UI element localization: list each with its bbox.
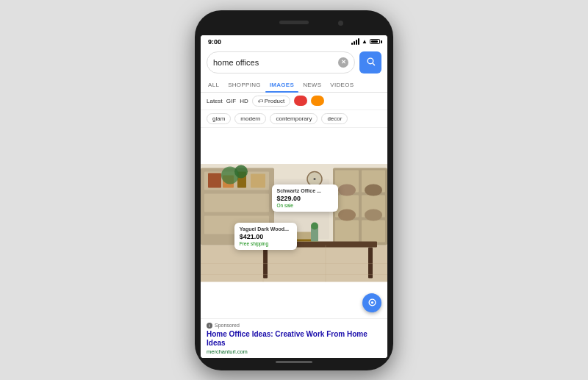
filter-modern[interactable]: modern <box>234 113 266 124</box>
status-time: 9:00 <box>208 38 221 46</box>
search-query-text: home offices <box>213 58 338 67</box>
filter-row-1: Latest GIF HD 🏷 Product <box>201 93 387 110</box>
phone-screen: 9:00 ▲ home offices ✕ <box>201 35 387 358</box>
svg-point-40 <box>370 301 373 304</box>
svg-point-20 <box>365 184 382 196</box>
svg-rect-6 <box>204 193 269 212</box>
clear-search-button[interactable]: ✕ <box>338 57 348 68</box>
filter-latest[interactable]: Latest <box>207 98 223 104</box>
svg-rect-11 <box>251 173 265 187</box>
product-status-1: On sale <box>277 203 333 208</box>
svg-rect-24 <box>263 247 268 278</box>
filter-glam[interactable]: glam <box>207 113 231 124</box>
filter-gif[interactable]: GIF <box>226 98 236 104</box>
filter-hd[interactable]: HD <box>240 98 248 104</box>
phone-top-bar <box>201 21 387 31</box>
svg-line-1 <box>372 62 374 65</box>
tab-images[interactable]: IMAGES <box>265 78 298 92</box>
floating-action-button[interactable] <box>362 293 381 312</box>
result-title[interactable]: Home Office Ideas: Creative Work From Ho… <box>207 330 381 348</box>
filter-color-red[interactable] <box>294 96 307 106</box>
tab-bar: ALL SHOPPING IMAGES NEWS VIDEOS <box>201 78 387 93</box>
sponsored-tag: i Sponsored <box>207 323 381 329</box>
bottom-result: i Sponsored Home Office Ideas: Creative … <box>201 318 387 358</box>
phone-speaker <box>279 21 309 24</box>
result-url: merchanturl.com <box>207 348 381 355</box>
phone-camera <box>338 21 343 26</box>
svg-point-0 <box>368 58 373 64</box>
svg-rect-8 <box>208 173 221 187</box>
search-icon <box>366 57 376 68</box>
tab-videos[interactable]: VIDEOS <box>326 78 358 92</box>
wifi-icon: ▲ <box>362 38 368 45</box>
svg-point-19 <box>338 184 356 196</box>
product-price-1: $229.00 <box>277 195 333 202</box>
lens-icon <box>368 298 377 307</box>
search-button[interactable] <box>359 51 381 74</box>
filter-decor[interactable]: decor <box>321 113 348 124</box>
svg-point-38 <box>311 222 318 229</box>
svg-rect-17 <box>335 220 359 242</box>
svg-point-29 <box>234 165 248 178</box>
image-area: Schwartz Office ... $229.00 On sale Yagu… <box>201 128 387 318</box>
filter-product[interactable]: 🏷 Product <box>252 96 291 107</box>
home-indicator[interactable] <box>276 361 312 363</box>
tag-icon: 🏷 <box>258 98 263 104</box>
product-name-2: Yaguei Dark Wood... <box>240 226 292 232</box>
battery-icon <box>370 39 380 44</box>
tab-all[interactable]: ALL <box>204 78 223 92</box>
status-icons: ▲ <box>351 38 380 45</box>
filter-color-orange[interactable] <box>311 96 324 106</box>
svg-rect-18 <box>362 220 385 242</box>
search-input-box[interactable]: home offices ✕ <box>207 51 355 74</box>
phone-device: 9:00 ▲ home offices ✕ <box>195 10 393 370</box>
svg-point-32 <box>314 178 316 180</box>
search-bar-container: home offices ✕ <box>201 47 387 78</box>
svg-point-21 <box>338 209 356 221</box>
product-card-1[interactable]: Schwartz Office ... $229.00 On sale <box>272 184 338 212</box>
product-card-2[interactable]: Yaguei Dark Wood... $421.00 Free shippin… <box>234 223 297 250</box>
sponsored-label: Sponsored <box>215 323 240 328</box>
filter-contemporary[interactable]: contemporary <box>270 113 318 124</box>
tab-shopping[interactable]: SHOPPING <box>223 78 265 92</box>
tab-news[interactable]: NEWS <box>298 78 326 92</box>
svg-rect-25 <box>368 247 373 278</box>
product-name-1: Schwartz Office ... <box>277 188 333 193</box>
status-bar: 9:00 ▲ <box>201 35 387 47</box>
svg-point-22 <box>365 209 382 221</box>
product-status-2: Free shipping <box>240 241 292 246</box>
product-price-2: $421.00 <box>240 233 292 240</box>
filter-row-2: glam modern contemporary decor <box>201 110 387 128</box>
signal-icon <box>351 38 359 45</box>
info-icon: i <box>207 323 212 329</box>
